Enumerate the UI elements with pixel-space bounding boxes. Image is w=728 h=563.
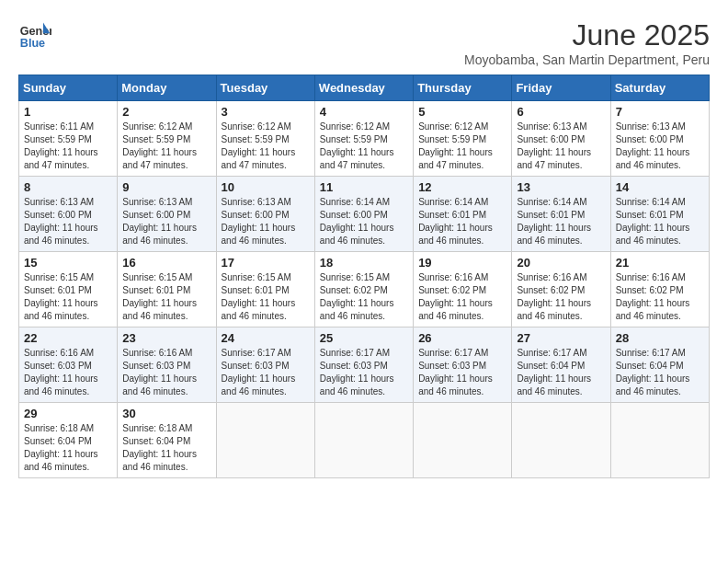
day-number: 29: [24, 407, 112, 420]
day-info: Sunrise: 6:17 AMSunset: 6:04 PMDaylight:…: [616, 347, 704, 398]
calendar-cell: 7Sunrise: 6:13 AMSunset: 6:00 PMDaylight…: [610, 101, 709, 177]
location-subtitle: Moyobamba, San Martin Department, Peru: [464, 52, 710, 67]
day-number: 18: [320, 256, 408, 270]
day-info: Sunrise: 6:14 AMSunset: 6:01 PMDaylight:…: [616, 196, 704, 247]
day-info: Sunrise: 6:16 AMSunset: 6:02 PMDaylight:…: [517, 271, 605, 323]
calendar-cell: 14Sunrise: 6:14 AMSunset: 6:01 PMDayligh…: [610, 177, 709, 252]
calendar-cell: 2Sunrise: 6:12 AMSunset: 5:59 PMDaylight…: [118, 101, 216, 177]
logo-icon: General Blue: [18, 18, 51, 52]
day-number: 22: [24, 331, 112, 345]
calendar-cell: 22Sunrise: 6:16 AMSunset: 6:03 PMDayligh…: [19, 327, 118, 403]
day-info: Sunrise: 6:13 AMSunset: 6:00 PMDaylight:…: [24, 196, 112, 247]
day-number: 15: [24, 256, 112, 270]
day-info: Sunrise: 6:18 AMSunset: 6:04 PMDaylight:…: [122, 422, 210, 474]
day-info: Sunrise: 6:12 AMSunset: 5:59 PMDaylight:…: [418, 121, 506, 172]
day-info: Sunrise: 6:16 AMSunset: 6:02 PMDaylight:…: [616, 271, 704, 323]
calendar-week-row: 1Sunrise: 6:11 AMSunset: 5:59 PMDaylight…: [19, 101, 710, 177]
day-info: Sunrise: 6:16 AMSunset: 6:02 PMDaylight:…: [418, 271, 506, 323]
calendar-cell: 9Sunrise: 6:13 AMSunset: 6:00 PMDaylight…: [118, 177, 216, 252]
day-info: Sunrise: 6:13 AMSunset: 6:00 PMDaylight:…: [122, 196, 210, 247]
calendar-week-row: 8Sunrise: 6:13 AMSunset: 6:00 PMDaylight…: [19, 177, 710, 252]
calendar-cell: [414, 403, 512, 478]
calendar-cell: 25Sunrise: 6:17 AMSunset: 6:03 PMDayligh…: [314, 327, 413, 403]
day-number: 26: [418, 331, 506, 345]
calendar-cell: 17Sunrise: 6:15 AMSunset: 6:01 PMDayligh…: [216, 252, 314, 327]
calendar-cell: 16Sunrise: 6:15 AMSunset: 6:01 PMDayligh…: [118, 252, 216, 327]
day-number: 20: [517, 256, 605, 270]
day-info: Sunrise: 6:12 AMSunset: 5:59 PMDaylight:…: [122, 121, 210, 172]
calendar-header-row: SundayMondayTuesdayWednesdayThursdayFrid…: [19, 75, 710, 101]
day-info: Sunrise: 6:16 AMSunset: 6:03 PMDaylight:…: [24, 347, 112, 398]
day-number: 28: [616, 331, 704, 345]
day-number: 23: [122, 331, 210, 345]
day-info: Sunrise: 6:14 AMSunset: 6:01 PMDaylight:…: [517, 196, 605, 247]
calendar-table: SundayMondayTuesdayWednesdayThursdayFrid…: [18, 75, 710, 478]
day-info: Sunrise: 6:16 AMSunset: 6:03 PMDaylight:…: [122, 347, 210, 398]
calendar-cell: 12Sunrise: 6:14 AMSunset: 6:01 PMDayligh…: [414, 177, 512, 252]
day-info: Sunrise: 6:13 AMSunset: 6:00 PMDaylight:…: [616, 121, 704, 172]
day-of-week-header: Wednesday: [314, 75, 413, 101]
day-info: Sunrise: 6:17 AMSunset: 6:04 PMDaylight:…: [517, 347, 605, 398]
calendar-cell: 1Sunrise: 6:11 AMSunset: 5:59 PMDaylight…: [19, 101, 118, 177]
day-number: 4: [320, 105, 408, 119]
day-of-week-header: Sunday: [19, 75, 118, 101]
day-number: 19: [418, 256, 506, 270]
title-area: June 2025 Moyobamba, San Martin Departme…: [464, 18, 710, 67]
day-of-week-header: Saturday: [610, 75, 709, 101]
calendar-week-row: 29Sunrise: 6:18 AMSunset: 6:04 PMDayligh…: [19, 403, 710, 478]
day-number: 24: [222, 331, 310, 345]
day-info: Sunrise: 6:15 AMSunset: 6:01 PMDaylight:…: [122, 271, 210, 323]
logo: General Blue: [18, 18, 51, 52]
day-of-week-header: Tuesday: [216, 75, 314, 101]
month-title: June 2025: [464, 18, 710, 52]
day-info: Sunrise: 6:11 AMSunset: 5:59 PMDaylight:…: [24, 121, 112, 172]
day-info: Sunrise: 6:17 AMSunset: 6:03 PMDaylight:…: [320, 347, 408, 398]
calendar-cell: 29Sunrise: 6:18 AMSunset: 6:04 PMDayligh…: [19, 403, 118, 478]
calendar-cell: 18Sunrise: 6:15 AMSunset: 6:02 PMDayligh…: [314, 252, 413, 327]
day-number: 13: [517, 180, 605, 194]
calendar-week-row: 15Sunrise: 6:15 AMSunset: 6:01 PMDayligh…: [19, 252, 710, 327]
calendar-cell: 11Sunrise: 6:14 AMSunset: 6:00 PMDayligh…: [314, 177, 413, 252]
day-info: Sunrise: 6:13 AMSunset: 6:00 PMDaylight:…: [517, 121, 605, 172]
calendar-cell: 23Sunrise: 6:16 AMSunset: 6:03 PMDayligh…: [118, 327, 216, 403]
day-number: 2: [122, 105, 210, 119]
day-number: 21: [616, 256, 704, 270]
day-info: Sunrise: 6:15 AMSunset: 6:01 PMDaylight:…: [222, 271, 310, 323]
day-number: 25: [320, 331, 408, 345]
day-number: 9: [122, 180, 210, 194]
day-info: Sunrise: 6:14 AMSunset: 6:00 PMDaylight:…: [320, 196, 408, 247]
day-info: Sunrise: 6:15 AMSunset: 6:01 PMDaylight:…: [24, 271, 112, 323]
calendar-cell: 5Sunrise: 6:12 AMSunset: 5:59 PMDaylight…: [414, 101, 512, 177]
calendar-cell: 10Sunrise: 6:13 AMSunset: 6:00 PMDayligh…: [216, 177, 314, 252]
day-number: 27: [517, 331, 605, 345]
calendar-cell: 21Sunrise: 6:16 AMSunset: 6:02 PMDayligh…: [610, 252, 709, 327]
calendar-cell: 26Sunrise: 6:17 AMSunset: 6:03 PMDayligh…: [414, 327, 512, 403]
day-number: 6: [517, 105, 605, 119]
calendar-cell: [512, 403, 610, 478]
day-of-week-header: Friday: [512, 75, 610, 101]
day-info: Sunrise: 6:12 AMSunset: 5:59 PMDaylight:…: [320, 121, 408, 172]
calendar-cell: [216, 403, 314, 478]
day-number: 12: [418, 180, 506, 194]
day-number: 11: [320, 180, 408, 194]
day-of-week-header: Monday: [118, 75, 216, 101]
day-info: Sunrise: 6:13 AMSunset: 6:00 PMDaylight:…: [222, 196, 310, 247]
day-number: 14: [616, 180, 704, 194]
calendar-week-row: 22Sunrise: 6:16 AMSunset: 6:03 PMDayligh…: [19, 327, 710, 403]
svg-text:Blue: Blue: [20, 37, 45, 50]
day-number: 7: [616, 105, 704, 119]
calendar-cell: 13Sunrise: 6:14 AMSunset: 6:01 PMDayligh…: [512, 177, 610, 252]
day-number: 5: [418, 105, 506, 119]
calendar-cell: 27Sunrise: 6:17 AMSunset: 6:04 PMDayligh…: [512, 327, 610, 403]
day-number: 1: [24, 105, 112, 119]
day-of-week-header: Thursday: [414, 75, 512, 101]
page-header: General Blue June 2025 Moyobamba, San Ma…: [18, 18, 710, 67]
calendar-cell: 20Sunrise: 6:16 AMSunset: 6:02 PMDayligh…: [512, 252, 610, 327]
calendar-cell: 4Sunrise: 6:12 AMSunset: 5:59 PMDaylight…: [314, 101, 413, 177]
calendar-cell: 28Sunrise: 6:17 AMSunset: 6:04 PMDayligh…: [610, 327, 709, 403]
day-number: 16: [122, 256, 210, 270]
day-number: 8: [24, 180, 112, 194]
calendar-cell: 8Sunrise: 6:13 AMSunset: 6:00 PMDaylight…: [19, 177, 118, 252]
day-number: 30: [122, 407, 210, 420]
calendar-cell: [314, 403, 413, 478]
